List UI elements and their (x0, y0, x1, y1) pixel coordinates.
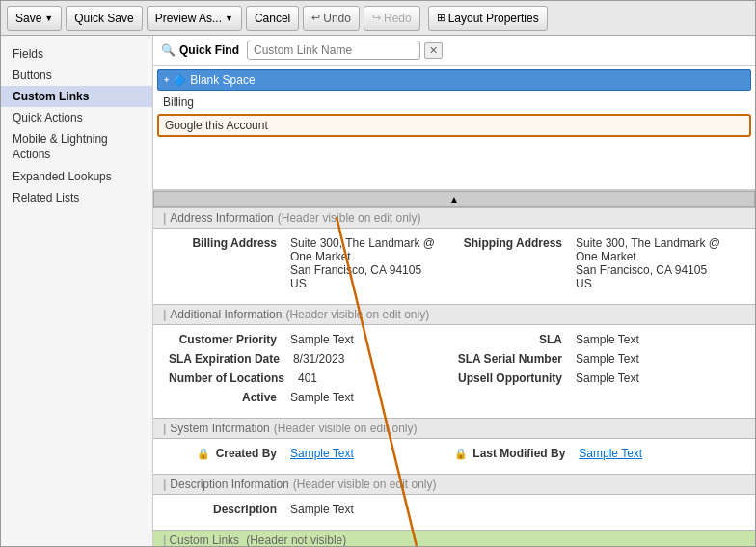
description-divider-icon: | (163, 478, 166, 491)
customer-priority-value: Sample Text (290, 333, 354, 346)
undo-button[interactable]: ↩ Undo (303, 6, 360, 31)
billing-address-label: Billing Address (169, 236, 284, 290)
num-locations-value: 401 (298, 371, 317, 385)
custom-links-title: Custom Links (169, 533, 239, 546)
palette-area: + 🔷 Blank Space Billing Google this Acco… (153, 66, 755, 191)
additional-section: | Additional Information (Header visible… (153, 304, 755, 418)
sidebar: Fields Buttons Custom Links Quick Action… (1, 36, 153, 546)
sidebar-item-quick-actions[interactable]: Quick Actions (1, 107, 152, 128)
main-panel: 🔍 Quick Find ✕ + 🔷 Blank Space Billing (153, 36, 755, 546)
shipping-address-field: Shipping Address Suite 300, The Landmark… (454, 236, 740, 290)
description-label: Description (169, 503, 284, 516)
layout-properties-label: Layout Properties (448, 12, 539, 25)
palette-item-blank-space[interactable]: + 🔷 Blank Space (157, 69, 751, 91)
address-section-header: | Address Information (Header visible on… (153, 207, 755, 229)
additional-section-content: Customer Priority Sample Text SLA Sample… (153, 325, 755, 418)
additional-section-title: Additional Information (170, 308, 282, 321)
created-by-value[interactable]: Sample Text (290, 447, 354, 460)
table-row: SLA Expiration Date 8/31/2023 SLA Serial… (169, 352, 740, 366)
description-value: Sample Text (290, 503, 354, 516)
table-row: Customer Priority Sample Text SLA Sample… (169, 333, 740, 346)
sidebar-item-related-lists[interactable]: Related Lists (1, 187, 152, 208)
layout-properties-button[interactable]: ⊞ Layout Properties (428, 6, 548, 31)
sidebar-item-fields[interactable]: Fields (1, 43, 152, 65)
description-section-header: | Description Information (Header visibl… (153, 474, 755, 495)
system-section-title: System Information (170, 422, 269, 435)
sidebar-item-mobile-lightning[interactable]: Mobile & LightningActions (1, 128, 152, 166)
address-section-title: Address Information (170, 211, 273, 225)
cancel-label: Cancel (255, 12, 290, 25)
redo-label: Redo (384, 12, 412, 25)
section-divider-icon: | (163, 211, 166, 225)
description-section-title: Description Information (170, 478, 288, 491)
sidebar-item-expanded-lookups[interactable]: Expanded Lookups (1, 166, 152, 187)
palette-list: + 🔷 Blank Space Billing Google this Acco… (153, 66, 755, 189)
description-section-content: Description Sample Text (153, 495, 755, 530)
quick-save-button[interactable]: Quick Save (66, 6, 142, 31)
palette-item-google-account[interactable]: Google this Account (157, 114, 751, 137)
address-section: | Address Information (Header visible on… (153, 207, 755, 304)
shipping-address-value: Suite 300, The Landmark @ One MarketSan … (576, 236, 740, 290)
system-section: | System Information (Header visible on … (153, 418, 755, 474)
lock-icon: 🔒 (197, 448, 210, 459)
quick-find-input[interactable] (247, 41, 420, 60)
preview-as-button[interactable]: Preview As... (147, 6, 242, 31)
layout-canvas: | Address Information (Header visible on… (153, 207, 755, 546)
system-section-content: 🔒 Created By Sample Text 🔒 L (153, 439, 755, 474)
search-icon: 🔍 (161, 43, 176, 57)
system-divider-icon: | (163, 422, 166, 435)
quick-save-label: Quick Save (74, 12, 133, 25)
address-section-subtitle: (Header visible on edit only) (278, 211, 421, 225)
upsell-value: Sample Text (576, 371, 639, 385)
cancel-button[interactable]: Cancel (246, 6, 299, 31)
billing-label: Billing (163, 96, 194, 109)
save-button[interactable]: Save (7, 6, 62, 31)
table-row: Description Sample Text (169, 503, 740, 516)
undo-label: Undo (323, 12, 351, 25)
scroll-indicator[interactable]: ▲ (153, 191, 755, 207)
customer-priority-label: Customer Priority (169, 333, 284, 346)
preview-as-label: Preview As... (155, 12, 222, 25)
quick-find-bar: 🔍 Quick Find ✕ (153, 36, 755, 66)
num-locations-label: Number of Locations (169, 371, 292, 385)
custom-links-header: | Custom Links (Header not visible) (153, 531, 755, 546)
content-area: Fields Buttons Custom Links Quick Action… (1, 36, 755, 546)
save-label: Save (15, 12, 41, 25)
billing-address-value: Suite 300, The Landmark @ One MarketSan … (290, 236, 454, 290)
sla-serial-value: Sample Text (576, 352, 639, 366)
custom-links-section: | Custom Links (Header not visible) Bill… (153, 530, 755, 546)
sidebar-item-custom-links[interactable]: Custom Links (1, 86, 152, 107)
system-section-subtitle: (Header visible on edit only) (274, 422, 418, 435)
description-section-subtitle: (Header visible on edit only) (293, 478, 437, 491)
table-row: Number of Locations 401 Upsell Opportuni… (169, 371, 740, 385)
sla-label: SLA (454, 333, 570, 346)
description-section: | Description Information (Header visibl… (153, 474, 755, 530)
last-modified-label: 🔒 Last Modified By (454, 447, 573, 460)
main-container: Save Quick Save Preview As... Cancel ↩ U… (0, 0, 756, 547)
quick-find-label: Quick Find (179, 43, 239, 57)
blank-space-label: Blank Space (190, 73, 255, 87)
shipping-address-label: Shipping Address (454, 236, 570, 290)
sla-expiration-value: 8/31/2023 (293, 352, 344, 366)
custom-links-divider-icon: | (163, 533, 166, 546)
palette-item-billing[interactable]: Billing (157, 93, 751, 112)
sla-value: Sample Text (576, 333, 639, 346)
address-field-row: Billing Address Suite 300, The Landmark … (169, 236, 740, 290)
active-value: Sample Text (290, 391, 354, 404)
sidebar-item-buttons[interactable]: Buttons (1, 65, 152, 86)
address-section-content: Billing Address Suite 300, The Landmark … (153, 229, 755, 304)
upsell-label: Upsell Opportunity (454, 371, 570, 385)
toolbar: Save Quick Save Preview As... Cancel ↩ U… (1, 1, 755, 36)
additional-section-subtitle: (Header visible on edit only) (285, 308, 429, 321)
clear-search-button[interactable]: ✕ (424, 42, 443, 59)
system-section-header: | System Information (Header visible on … (153, 418, 755, 439)
billing-address-field: Billing Address Suite 300, The Landmark … (169, 236, 454, 290)
sla-expiration-label: SLA Expiration Date (169, 352, 287, 366)
lock-icon-2: 🔒 (454, 448, 468, 459)
redo-button[interactable]: ↪ Redo (364, 6, 420, 31)
last-modified-value[interactable]: Sample Text (579, 447, 642, 460)
additional-section-header: | Additional Information (Header visible… (153, 304, 755, 325)
active-label: Active (169, 391, 284, 404)
created-by-label: 🔒 Created By (169, 447, 284, 460)
sla-serial-label: SLA Serial Number (454, 352, 570, 366)
